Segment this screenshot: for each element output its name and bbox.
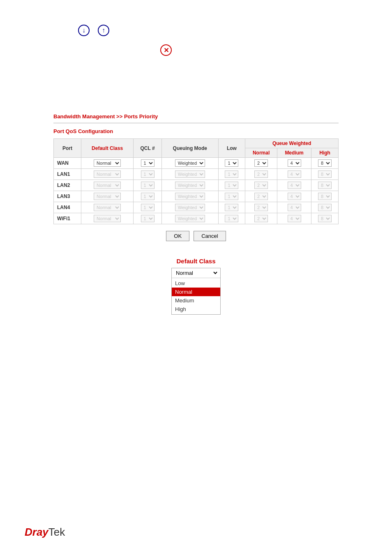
qcl-cell[interactable]: 1234 — [134, 158, 162, 169]
queuing-mode-select-lan4[interactable]: WeightedStrict — [175, 204, 205, 211]
table-row: LAN4LowNormalMediumHigh1234WeightedStric… — [54, 202, 339, 213]
qcl-select-lan4[interactable]: 1234 — [141, 204, 154, 211]
normal-select-wifi1[interactable]: 12345678 — [254, 215, 268, 222]
dropdown-item-medium[interactable]: Medium — [172, 296, 220, 305]
port-cell: LAN4 — [54, 202, 81, 213]
medium-cell[interactable]: 12345678 — [277, 158, 311, 169]
col-queuing-mode: Queuing Mode — [161, 139, 218, 158]
default-class-select-lan4[interactable]: LowNormalMediumHigh — [94, 204, 121, 211]
normal-select-wan[interactable]: 12345678 — [254, 159, 268, 167]
high-cell[interactable]: 12345678 — [311, 202, 339, 213]
table-row: WiFi1LowNormalMediumHigh1234WeightedStri… — [54, 213, 339, 224]
queuing-mode-cell[interactable]: WeightedStrict — [161, 213, 218, 224]
default-class-cell[interactable]: LowNormalMediumHigh — [81, 169, 134, 180]
low-cell[interactable]: 12345678 — [218, 169, 245, 180]
medium-cell[interactable]: 12345678 — [277, 191, 311, 202]
queuing-mode-select-wan[interactable]: WeightedStrict — [175, 159, 205, 167]
high-select-wan[interactable]: 12345678 — [318, 159, 332, 167]
qcl-cell[interactable]: 1234 — [134, 180, 162, 191]
default-class-select-lan2[interactable]: LowNormalMediumHigh — [94, 182, 121, 189]
low-cell[interactable]: 12345678 — [218, 158, 245, 169]
close-icon[interactable]: ✕ — [160, 44, 172, 56]
medium-select-lan1[interactable]: 12345678 — [288, 170, 301, 178]
high-select-wifi1[interactable]: 12345678 — [318, 215, 332, 222]
qcl-cell[interactable]: 1234 — [134, 202, 162, 213]
low-select-lan4[interactable]: 12345678 — [225, 204, 238, 211]
medium-cell[interactable]: 12345678 — [277, 202, 311, 213]
low-select-wifi1[interactable]: 12345678 — [225, 215, 238, 222]
dropdown-item-high[interactable]: High — [172, 305, 220, 313]
default-class-cell[interactable]: LowNormalMediumHigh — [81, 180, 134, 191]
default-class-cell[interactable]: LowNormalMediumHigh — [81, 213, 134, 224]
qcl-select-wan[interactable]: 1234 — [141, 159, 154, 167]
low-cell[interactable]: 12345678 — [218, 191, 245, 202]
normal-select-lan1[interactable]: 12345678 — [254, 170, 268, 178]
qcl-select-lan2[interactable]: 1234 — [141, 182, 154, 189]
low-cell[interactable]: 12345678 — [218, 213, 245, 224]
normal-cell[interactable]: 12345678 — [245, 180, 277, 191]
dropdown-item-low[interactable]: Low — [172, 279, 220, 288]
queuing-mode-cell[interactable]: WeightedStrict — [161, 169, 218, 180]
qcl-select-wifi1[interactable]: 1234 — [141, 215, 154, 222]
medium-cell[interactable]: 12345678 — [277, 180, 311, 191]
low-cell[interactable]: 12345678 — [218, 180, 245, 191]
default-class-select-lan1[interactable]: LowNormalMediumHigh — [94, 170, 121, 178]
default-class-select[interactable]: Normal Low Medium High — [173, 269, 219, 277]
high-select-lan1[interactable]: 12345678 — [318, 170, 332, 178]
queuing-mode-select-lan1[interactable]: WeightedStrict — [175, 170, 205, 178]
up-arrow-icon[interactable]: ↑ — [98, 25, 109, 36]
logo-dray: Dray — [25, 526, 48, 538]
qcl-select-lan1[interactable]: 1234 — [141, 170, 154, 178]
ok-button[interactable]: OK — [166, 231, 189, 241]
queuing-mode-select-lan2[interactable]: WeightedStrict — [175, 182, 205, 189]
low-select-lan2[interactable]: 12345678 — [225, 182, 238, 189]
default-class-cell[interactable]: LowNormalMediumHigh — [81, 191, 134, 202]
medium-select-lan2[interactable]: 12345678 — [288, 182, 301, 189]
col-port: Port — [54, 139, 81, 158]
queuing-mode-cell[interactable]: WeightedStrict — [161, 180, 218, 191]
cancel-button[interactable]: Cancel — [194, 231, 226, 241]
high-cell[interactable]: 12345678 — [311, 180, 339, 191]
default-class-select-wan[interactable]: LowNormalMediumHigh — [94, 159, 121, 167]
qcl-cell[interactable]: 1234 — [134, 169, 162, 180]
high-select-lan3[interactable]: 12345678 — [318, 193, 332, 200]
normal-cell[interactable]: 12345678 — [245, 202, 277, 213]
medium-cell[interactable]: 12345678 — [277, 169, 311, 180]
queuing-mode-cell[interactable]: WeightedStrict — [161, 202, 218, 213]
medium-select-wifi1[interactable]: 12345678 — [288, 215, 301, 222]
normal-select-lan3[interactable]: 12345678 — [254, 193, 268, 200]
default-class-select-lan3[interactable]: LowNormalMediumHigh — [94, 193, 121, 200]
queuing-mode-cell[interactable]: WeightedStrict — [161, 158, 218, 169]
queuing-mode-cell[interactable]: WeightedStrict — [161, 191, 218, 202]
high-cell[interactable]: 12345678 — [311, 169, 339, 180]
medium-select-lan4[interactable]: 12345678 — [288, 204, 301, 211]
queuing-mode-select-wifi1[interactable]: WeightedStrict — [175, 215, 205, 222]
high-cell[interactable]: 12345678 — [311, 191, 339, 202]
qcl-select-lan3[interactable]: 1234 — [141, 193, 154, 200]
low-select-lan1[interactable]: 12345678 — [225, 170, 238, 178]
low-select-wan[interactable]: 12345678 — [225, 159, 238, 167]
low-select-lan3[interactable]: 12345678 — [225, 193, 238, 200]
normal-cell[interactable]: 12345678 — [245, 191, 277, 202]
low-cell[interactable]: 12345678 — [218, 202, 245, 213]
queuing-mode-select-lan3[interactable]: WeightedStrict — [175, 193, 205, 200]
default-class-cell[interactable]: LowNormalMediumHigh — [81, 158, 134, 169]
dropdown-item-normal[interactable]: Normal — [172, 288, 220, 296]
qcl-cell[interactable]: 1234 — [134, 191, 162, 202]
default-class-select-wifi1[interactable]: LowNormalMediumHigh — [94, 215, 121, 222]
default-class-cell[interactable]: LowNormalMediumHigh — [81, 202, 134, 213]
high-cell[interactable]: 12345678 — [311, 213, 339, 224]
medium-select-wan[interactable]: 12345678 — [288, 159, 301, 167]
normal-select-lan2[interactable]: 12345678 — [254, 182, 268, 189]
normal-cell[interactable]: 12345678 — [245, 213, 277, 224]
medium-select-lan3[interactable]: 12345678 — [288, 193, 301, 200]
normal-select-lan4[interactable]: 12345678 — [254, 204, 268, 211]
high-cell[interactable]: 12345678 — [311, 158, 339, 169]
normal-cell[interactable]: 12345678 — [245, 158, 277, 169]
normal-cell[interactable]: 12345678 — [245, 169, 277, 180]
high-select-lan4[interactable]: 12345678 — [318, 204, 332, 211]
qcl-cell[interactable]: 1234 — [134, 213, 162, 224]
high-select-lan2[interactable]: 12345678 — [318, 182, 332, 189]
medium-cell[interactable]: 12345678 — [277, 213, 311, 224]
down-arrow-icon[interactable]: ↓ — [78, 25, 90, 36]
